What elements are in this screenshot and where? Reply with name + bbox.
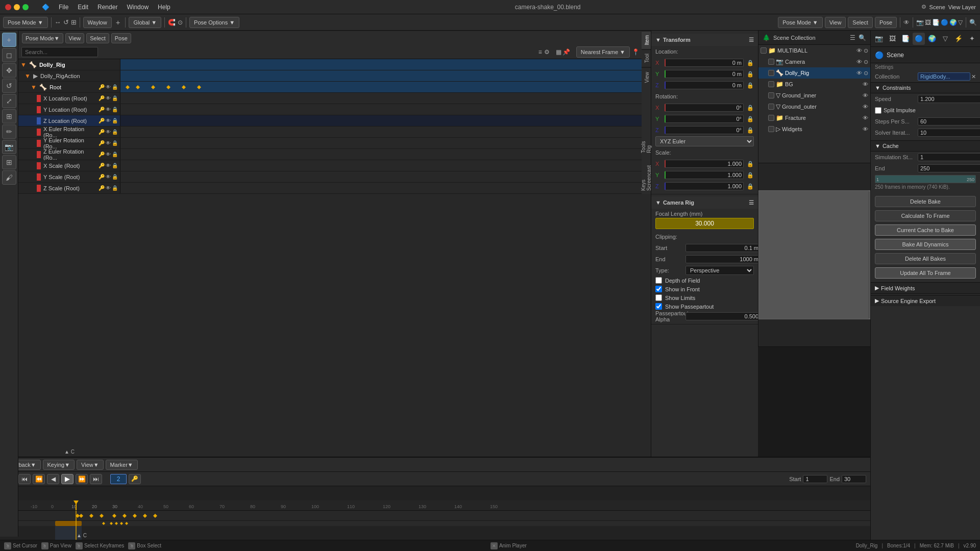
transform-icon[interactable]: ↔ bbox=[55, 18, 61, 26]
prop-scene-icon[interactable]: 🔵 bbox=[913, 33, 925, 45]
rotation-z-input[interactable] bbox=[665, 126, 744, 134]
depth-of-field-checkbox[interactable] bbox=[655, 277, 662, 284]
location-x-input[interactable] bbox=[665, 59, 744, 67]
root-lock-icon[interactable]: 🔒 bbox=[112, 84, 118, 90]
fracture-eye-icon[interactable]: 👁 bbox=[863, 115, 868, 121]
show-in-front-checkbox[interactable] bbox=[655, 286, 662, 292]
xrot-lock-icon[interactable]: 🔒 bbox=[112, 129, 118, 135]
object-icon[interactable]: ▽ bbox=[958, 19, 963, 26]
nearest-frame-dropdown[interactable]: Nearest Frame ▼ bbox=[576, 46, 630, 58]
yrot-key-icon[interactable]: 🔑 bbox=[99, 140, 105, 146]
xloc-lock-icon[interactable]: 🔒 bbox=[112, 95, 118, 101]
widgets-checkbox[interactable] bbox=[768, 126, 774, 132]
yloc-eye-icon[interactable]: 👁 bbox=[106, 107, 111, 112]
scene-icon[interactable]: 🔵 bbox=[941, 19, 948, 26]
pose-options-btn[interactable]: Pose Options ▼ bbox=[189, 17, 239, 28]
view-btn2[interactable]: View bbox=[825, 17, 846, 28]
nla-track-yscale[interactable]: Y Scale (Root) 🔑 👁 🔒 bbox=[18, 171, 651, 183]
camera-tool[interactable]: 📷 bbox=[2, 140, 16, 154]
transform-tool[interactable]: ⊞ bbox=[2, 109, 16, 123]
type-dropdown[interactable]: Perspective Orthographic bbox=[685, 266, 754, 275]
location-x-lock[interactable]: 🔒 bbox=[747, 60, 754, 66]
delete-all-bakes-btn[interactable]: Delete All Bakes bbox=[875, 253, 976, 264]
menu-edit[interactable]: Edit bbox=[74, 3, 92, 12]
zscale-eye-icon[interactable]: 👁 bbox=[106, 185, 111, 191]
nla-track-xrot[interactable]: X Euler Rotation (Ro... 🔑 👁 🔒 bbox=[18, 127, 651, 138]
jump-start-btn[interactable]: ⏮ bbox=[18, 474, 31, 484]
outliner-widgets[interactable]: ▷ Widgets 👁 bbox=[758, 123, 870, 135]
scale-z-lock[interactable]: 🔒 bbox=[747, 183, 754, 190]
view-icon2[interactable]: 👁 bbox=[903, 19, 910, 26]
current-frame-display[interactable]: 2 bbox=[110, 474, 127, 484]
vp-select-btn[interactable]: Select bbox=[86, 33, 109, 43]
location-y-input[interactable] bbox=[665, 70, 744, 78]
menu-bar[interactable]: 🔷 File Edit Render Window Help bbox=[34, 3, 179, 12]
transform-header[interactable]: ▼ Transform ☰ bbox=[651, 34, 758, 46]
outliner-filter-icon[interactable]: ☰ bbox=[850, 34, 855, 41]
nla-track-zscale[interactable]: Z Scale (Root) 🔑 👁 🔒 bbox=[18, 183, 651, 194]
xrot-eye-icon[interactable]: 👁 bbox=[106, 129, 111, 135]
field-weights-header[interactable]: ▶ Field Weights bbox=[871, 282, 980, 294]
multiball-eye-icon[interactable]: 👁 bbox=[856, 47, 862, 54]
tab-tool[interactable]: Tool bbox=[642, 49, 651, 67]
select-btn2[interactable]: Select bbox=[848, 17, 873, 28]
camera-rig-settings-icon[interactable]: ☰ bbox=[749, 199, 754, 206]
scale-tool[interactable]: ⤢ bbox=[2, 94, 16, 108]
keyframe-track-row[interactable] bbox=[0, 511, 870, 521]
outliner-fracture[interactable]: 📁 Fracture 👁 bbox=[758, 112, 870, 123]
view-menu[interactable]: View ▼ bbox=[77, 460, 104, 470]
ground-outer-eye-icon[interactable]: 👁 bbox=[863, 104, 868, 110]
minimize-button[interactable] bbox=[14, 4, 20, 10]
zloc-lock-icon[interactable]: 🔒 bbox=[112, 118, 118, 123]
constraints-header[interactable]: ▼ Constraints bbox=[871, 82, 980, 93]
prop-render-icon[interactable]: 📷 bbox=[873, 33, 885, 45]
speed-input[interactable] bbox=[918, 95, 980, 103]
zloc-eye-icon[interactable]: 👁 bbox=[106, 118, 111, 123]
start-frame-input[interactable] bbox=[803, 475, 827, 483]
xrot-key-icon[interactable]: 🔑 bbox=[99, 129, 105, 135]
step-back-btn[interactable]: ⏪ bbox=[33, 474, 45, 484]
add-btn[interactable]: + bbox=[116, 18, 120, 27]
autokey-btn[interactable]: 🔑 bbox=[129, 474, 141, 484]
prop-particles-icon[interactable]: ✦ bbox=[966, 33, 978, 45]
window-controls[interactable] bbox=[0, 4, 34, 10]
nla-track-dolly-action[interactable]: ▼ ▶ Dolly_RigAction bbox=[18, 70, 651, 82]
current-cache-to-bake-btn[interactable]: Current Cache to Bake bbox=[875, 224, 976, 236]
nla-pin-icon[interactable]: 📍 bbox=[632, 48, 640, 56]
cache-header[interactable]: ▼ Cache bbox=[871, 140, 980, 152]
prop-view-icon[interactable]: 📑 bbox=[899, 33, 912, 45]
prop-world-icon[interactable]: 🌍 bbox=[926, 33, 938, 45]
multiball-checkbox[interactable] bbox=[761, 47, 767, 54]
dolly-action-expand-icon[interactable]: ▼ bbox=[24, 72, 31, 80]
outliner-multiball[interactable]: 📁 MULTIBALL 👁 ⊙ bbox=[758, 45, 870, 56]
show-passepartout-checkbox[interactable] bbox=[655, 303, 662, 310]
clipping-end-input[interactable] bbox=[685, 255, 758, 263]
scale-y-input[interactable] bbox=[665, 171, 744, 179]
outliner-dolly-rig[interactable]: 🦴 Dolly_Rig 👁 ⊙ bbox=[758, 67, 870, 79]
root-eye-icon[interactable]: 👁 bbox=[106, 84, 111, 90]
rotate-tool[interactable]: ↺ bbox=[2, 79, 16, 93]
transform-settings-icon[interactable]: ☰ bbox=[749, 37, 754, 43]
show-limits-checkbox[interactable] bbox=[655, 294, 662, 301]
camera-restrict-icon[interactable]: ⊙ bbox=[864, 59, 868, 65]
clipping-start-input[interactable] bbox=[685, 244, 758, 252]
scale-icon[interactable]: ⊞ bbox=[71, 18, 77, 26]
source-engine-header[interactable]: ▶ Source Engine Export bbox=[871, 295, 980, 306]
menu-render[interactable]: Render bbox=[93, 3, 121, 12]
ground-inner-checkbox[interactable] bbox=[768, 92, 774, 98]
sim-end-input[interactable] bbox=[918, 164, 980, 172]
steps-input[interactable] bbox=[918, 117, 980, 126]
vp-mode-btn[interactable]: Pose Mode ▼ bbox=[22, 33, 63, 43]
nla-track-zrot[interactable]: Z Euler Rotation (Ro... 🔑 👁 🔒 bbox=[18, 149, 651, 160]
world-icon[interactable]: 🌍 bbox=[949, 19, 957, 26]
prop-object-icon[interactable]: ▽ bbox=[939, 33, 951, 45]
camera-eye-icon[interactable]: 👁 bbox=[856, 59, 862, 65]
location-z-lock[interactable]: 🔒 bbox=[747, 82, 754, 89]
yscale-key-icon[interactable]: 🔑 bbox=[99, 174, 105, 180]
pose-mode-btn2[interactable]: Pose Mode ▼ bbox=[778, 17, 823, 28]
pose-btn2[interactable]: Pose bbox=[875, 17, 897, 28]
prop-physics-icon[interactable]: ⚡ bbox=[952, 33, 965, 45]
nla-track-xloc[interactable]: X Location (Root) 🔑 👁 🔒 bbox=[18, 93, 651, 104]
nla-track-yloc[interactable]: Y Location (Root) 🔑 👁 🔒 bbox=[18, 104, 651, 115]
nla-mode-icon[interactable]: ▦ bbox=[556, 48, 561, 56]
